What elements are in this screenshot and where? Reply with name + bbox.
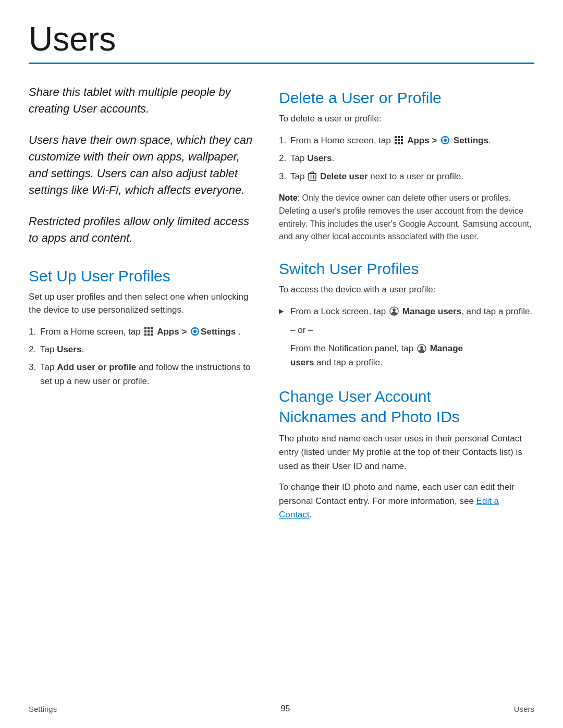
page-container: Users Share this tablet with multiple pe… [0,0,563,728]
svg-rect-1 [148,327,150,329]
delete-note: Note: Only the device owner can delete o… [279,192,534,243]
svg-rect-3 [144,330,146,332]
settings-label-right-1: Settings [454,135,488,145]
svg-rect-22 [398,142,400,144]
manage-bold-2: Manageusers [290,343,463,367]
svg-point-25 [444,139,447,142]
svg-rect-23 [401,142,403,144]
svg-rect-5 [151,330,153,332]
delete-section: Delete a User or Profile To delete a use… [279,89,534,243]
apps-icon-right [394,135,403,145]
svg-rect-6 [144,334,146,336]
delete-section-title: Delete a User or Profile [279,89,534,107]
manage-users-icon-2 [417,344,426,353]
svg-rect-0 [144,327,146,329]
manage-users-icon-1 [389,306,399,316]
footer-left: Settings [29,705,57,713]
users-bold-right: Users [307,153,332,163]
switch-bullet-list: From a Lock screen, tap Manage users, an… [279,305,534,318]
switch-section-title: Switch User Profiles [279,260,534,278]
delete-step-num-1: 1. [279,134,286,147]
svg-point-36 [393,309,396,312]
svg-rect-8 [151,334,153,336]
change-title-line2: Nicknames and Photo IDs [279,408,460,425]
switch-bullet-item: From a Lock screen, tap Manage users, an… [279,305,534,318]
manage-users-bold-1: Manage users [402,306,461,316]
set-up-step-2: 2. Tap Users. [29,343,253,356]
delete-user-icon [308,171,316,181]
settings-icon-right-1 [440,135,450,145]
intro-para-2: Users have their own space, which they c… [29,132,253,199]
users-bold-left: Users [57,344,81,354]
svg-rect-32 [311,172,314,174]
apps-label: Apps > [157,327,187,337]
delete-step-3: 3. Tap Delete user next to a user o [279,170,534,183]
set-up-step-3: 3. Tap Add user or profile and follow th… [29,361,253,388]
svg-rect-19 [398,139,400,141]
set-up-subtitle: Set up user profiles and then select one… [29,290,253,317]
set-up-section-title: Set Up User Profiles [29,267,253,285]
footer-right: Users [514,705,534,713]
page-footer: Settings 95 Users [29,704,534,713]
page-title: Users [29,21,534,57]
change-section-title: Change User Account Nicknames and Photo … [279,386,534,427]
step-num-1: 1. [29,325,36,339]
delete-step-num-3: 3. [279,170,286,183]
apps-icon [144,327,153,336]
svg-rect-2 [151,327,153,329]
step-num-3: 3. [29,361,36,374]
delete-step-1: 1. From a Home screen, tap [279,134,534,147]
footer-page-number: 95 [281,704,290,713]
right-column: Delete a User or Profile To delete a use… [279,84,534,538]
delete-user-bold: Delete user [320,171,368,181]
left-column: Share this tablet with multiple people b… [29,84,253,538]
svg-rect-16 [398,136,400,138]
change-para-1: The photo and name each user uses in the… [279,432,534,473]
svg-rect-20 [401,139,403,141]
svg-rect-18 [395,139,397,141]
delete-step-2: 2. Tap Users. [279,152,534,165]
set-up-step-1: 1. From a Home screen, tap [29,325,253,339]
two-column-layout: Share this tablet with multiple people b… [29,84,534,538]
svg-rect-4 [148,330,150,332]
delete-step-num-2: 2. [279,152,286,165]
settings-icon-left-1 [190,327,200,336]
from-notification: From the Notification panel, tap Manageu… [290,342,534,369]
svg-point-38 [420,346,423,349]
intro-para-3: Restricted profiles allow only limited a… [29,213,253,246]
step-num-2: 2. [29,343,36,356]
svg-rect-21 [395,142,397,144]
apps-label-right: Apps > [407,135,437,145]
title-divider [29,63,534,64]
note-text: : Only the device owner can delete other… [279,193,532,241]
change-section: Change User Account Nicknames and Photo … [279,386,534,522]
svg-rect-7 [148,334,150,336]
delete-subtitle: To delete a user or profile: [279,112,534,126]
svg-rect-15 [395,136,397,138]
svg-point-10 [193,330,197,333]
change-para-2: To change their ID photo and name, each … [279,480,534,522]
switch-subtitle: To access the device with a user profile… [279,283,534,297]
set-up-steps-list: 1. From a Home screen, tap [29,325,253,388]
settings-label-left-1: Settings [201,327,236,337]
delete-steps-list: 1. From a Home screen, tap [279,134,534,183]
svg-rect-30 [309,174,316,180]
change-para-2-after: . [310,510,312,520]
or-separator: – or – [290,324,534,337]
add-user-bold: Add user or profile [57,362,136,372]
change-title-line1: Change User Account [279,388,431,405]
switch-section: Switch User Profiles To access the devic… [279,260,534,369]
intro-para-1: Share this tablet with multiple people b… [29,84,253,117]
note-label: Note [279,193,298,202]
svg-rect-17 [401,136,403,138]
